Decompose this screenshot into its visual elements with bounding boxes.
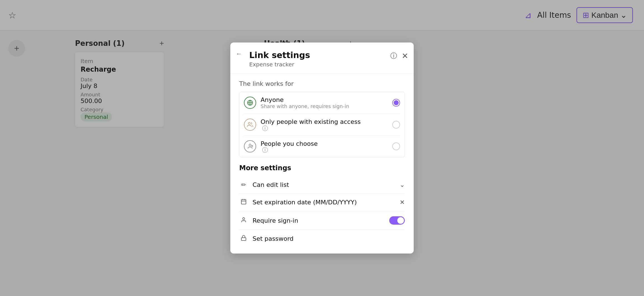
modal-header: ← Link settings Expense tracker ⓘ ✕ (230, 42, 414, 74)
option-choose[interactable]: People you choose i (244, 136, 400, 157)
setting-expiration[interactable]: Set expiration date (MM/DD/YYYY) ✕ (239, 194, 405, 211)
option-existing-text: Only people with existing access i (261, 118, 388, 131)
option-existing[interactable]: Only people with existing access i (244, 114, 400, 136)
option-anyone-label: Anyone (261, 96, 388, 103)
people-icon (244, 119, 256, 131)
option-existing-label: Only people with existing access (261, 118, 388, 125)
lock-icon (239, 235, 248, 242)
option-anyone-text: Anyone Share with anyone, requires sign-… (261, 96, 388, 109)
radio-options-box: Anyone Share with anyone, requires sign-… (239, 92, 405, 157)
user-icon (239, 217, 248, 224)
option-anyone-desc: Share with anyone, requires sign-in (261, 103, 388, 109)
svg-point-3 (249, 144, 251, 146)
modal-back-button[interactable]: ← (236, 50, 242, 57)
svg-point-10 (243, 217, 244, 219)
setting-password[interactable]: Set password (239, 230, 405, 247)
link-works-for-title: The link works for (239, 80, 405, 87)
password-label: Set password (253, 235, 405, 242)
svg-point-2 (248, 122, 250, 124)
edit-icon: ✏️ (239, 181, 248, 188)
sign-in-toggle[interactable] (389, 216, 405, 225)
globe-icon (244, 97, 256, 109)
setting-can-edit[interactable]: ✏️ Can edit list ⌄ (239, 176, 405, 194)
calendar-icon (239, 199, 248, 206)
modal-subtitle: Expense tracker (239, 61, 405, 68)
can-edit-label: Can edit list (253, 181, 395, 188)
option-existing-radio[interactable] (392, 121, 400, 129)
modal-body: The link works for Anyone Share with an (230, 74, 414, 254)
modal-info-button[interactable]: ⓘ (390, 51, 397, 60)
link-settings-modal: ← Link settings Expense tracker ⓘ ✕ The … (230, 42, 414, 254)
modal-overlay[interactable]: ← Link settings Expense tracker ⓘ ✕ The … (0, 0, 644, 296)
choose-info-icon: i (262, 147, 268, 153)
expiration-label: Set expiration date (MM/DD/YYYY) (253, 199, 395, 206)
option-choose-text: People you choose i (261, 140, 388, 153)
modal-close-button[interactable]: ✕ (402, 51, 408, 61)
option-choose-label: People you choose (261, 140, 388, 147)
can-edit-chevron-icon: ⌄ (400, 181, 405, 188)
svg-rect-6 (241, 200, 246, 204)
setting-sign-in[interactable]: Require sign-in (239, 211, 405, 230)
svg-rect-11 (241, 238, 246, 240)
option-anyone[interactable]: Anyone Share with anyone, requires sign-… (244, 92, 400, 114)
option-choose-radio[interactable] (392, 142, 400, 150)
option-anyone-radio[interactable] (392, 99, 400, 107)
modal-title: Link settings (239, 50, 405, 60)
expiration-close-icon[interactable]: ✕ (400, 199, 405, 206)
person-choose-icon (244, 140, 256, 152)
sign-in-label: Require sign-in (253, 217, 385, 224)
more-settings-title: More settings (239, 164, 405, 172)
existing-info-icon: i (262, 126, 268, 131)
